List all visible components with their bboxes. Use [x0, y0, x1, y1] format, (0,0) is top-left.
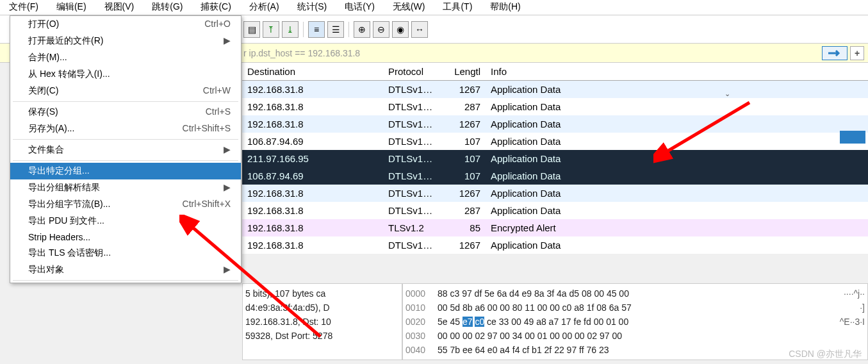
packet-details-pane[interactable]: 5 bits), 107 bytes ca d4:e9:8a:3f:4a:d5)…	[242, 283, 402, 360]
filter-apply-icon[interactable]	[822, 46, 848, 60]
menu-file[interactable]: 文件(F)	[0, 0, 47, 15]
menu-tel[interactable]: 电话(Y)	[336, 0, 384, 15]
display-filter-input[interactable]	[243, 48, 756, 58]
autoscroll-icon[interactable]: ≡	[308, 21, 325, 38]
bottom-panes: 5 bits), 107 bytes ca d4:e9:8a:3f:4a:d5)…	[242, 283, 868, 360]
packet-list-header: Destination Protocol Lengtl Info	[242, 63, 868, 81]
menu-go[interactable]: 跳转(G)	[143, 0, 192, 15]
packet-row[interactable]: 192.168.31.8DTLSv1…287Application Data	[242, 98, 868, 115]
zoom-out-icon[interactable]: ⊖	[373, 21, 389, 38]
menu-item-save[interactable]: 保存(S)Ctrl+S	[10, 104, 241, 120]
packet-row[interactable]: 106.87.94.69DTLSv1…107Application Data	[242, 133, 868, 150]
zoom-reset-icon[interactable]: ◉	[392, 21, 409, 38]
packet-row[interactable]: 192.168.31.8TLSv1.285Encrypted Alert	[242, 219, 868, 236]
menu-item-close[interactable]: 关闭(C)Ctrl+W	[10, 83, 241, 99]
packet-row[interactable]: 192.168.31.8DTLSv1…287Application Data	[242, 202, 868, 219]
sort-indicator-icon: ⌄	[725, 90, 730, 98]
packet-row[interactable]: 192.168.31.8DTLSv1…1267Application Data	[242, 81, 868, 98]
packet-row[interactable]: 106.87.94.69DTLSv1…107Application Data	[242, 167, 868, 185]
menu-tools[interactable]: 工具(T)	[434, 0, 481, 15]
menu-item-file-set[interactable]: 文件集合▶	[10, 142, 241, 158]
colorize-icon[interactable]: ☰	[327, 21, 344, 38]
col-info[interactable]: Info	[486, 63, 868, 79]
menu-item-export-specified[interactable]: 导出特定分组...	[10, 163, 241, 179]
go-last-icon[interactable]: ⤓	[282, 21, 299, 38]
menu-capture[interactable]: 捕获(C)	[192, 0, 240, 15]
file-menu-dropdown: 打开(O)Ctrl+O 打开最近的文件(R)▶ 合并(M)... 从 Hex 转…	[10, 15, 242, 283]
menu-item-strip-headers[interactable]: Strip Headers...	[10, 229, 241, 245]
resize-cols-icon[interactable]: ↔	[411, 21, 428, 38]
packet-row[interactable]: 192.168.31.8DTLSv1…1267Application Data	[242, 115, 868, 133]
menu-item-export-pdu[interactable]: 导出 PDU 到文件...	[10, 213, 241, 229]
menu-item-export-tls[interactable]: 导出 TLS 会话密钥...	[10, 245, 241, 261]
menu-wireless[interactable]: 无线(W)	[384, 0, 434, 15]
scroll-marker	[840, 131, 865, 144]
zoom-in-icon[interactable]: ⊕	[354, 21, 370, 38]
watermark: CSDN @亦世凡华	[789, 349, 862, 360]
add-filter-button[interactable]: +	[850, 46, 864, 60]
menu-item-export-objects[interactable]: 导出对象▶	[10, 261, 241, 278]
toolbar-btn1[interactable]: ▤	[243, 21, 260, 38]
col-protocol[interactable]: Protocol	[383, 63, 441, 79]
go-first-icon[interactable]: ⤒	[263, 21, 279, 38]
packet-row[interactable]: 192.168.31.8DTLSv1…1267Application Data	[242, 236, 868, 254]
menu-item-merge[interactable]: 合并(M)...	[10, 49, 241, 66]
menu-view[interactable]: 视图(V)	[95, 0, 143, 15]
packet-row[interactable]: 211.97.166.95DTLSv1…107Application Data	[242, 150, 868, 167]
menu-item-save-as[interactable]: 另存为(A)...Ctrl+Shift+S	[10, 120, 241, 137]
menubar: 文件(F) 编辑(E) 视图(V) 跳转(G) 捕获(C) 分析(A) 统计(S…	[0, 0, 868, 15]
menu-stats[interactable]: 统计(S)	[288, 0, 336, 15]
menu-edit[interactable]: 编辑(E)	[47, 0, 95, 15]
col-length[interactable]: Lengtl	[441, 63, 486, 79]
menu-item-open[interactable]: 打开(O)Ctrl+O	[10, 16, 241, 33]
packet-list: Destination Protocol Lengtl Info 192.168…	[242, 63, 868, 254]
col-destination[interactable]: Destination	[242, 63, 383, 79]
menu-item-open-recent[interactable]: 打开最近的文件(R)▶	[10, 33, 241, 49]
menu-item-export-dissections[interactable]: 导出分组解析结果▶	[10, 179, 241, 196]
menu-analyze[interactable]: 分析(A)	[240, 0, 288, 15]
packet-row[interactable]: 192.168.31.8DTLSv1…1267Application Data	[242, 185, 868, 202]
menu-help[interactable]: 帮助(H)	[481, 0, 529, 15]
menu-item-export-bytes[interactable]: 导出分组字节流(B)...Ctrl+Shift+X	[10, 196, 241, 213]
menu-item-hex-import[interactable]: 从 Hex 转储导入(I)...	[10, 66, 241, 83]
